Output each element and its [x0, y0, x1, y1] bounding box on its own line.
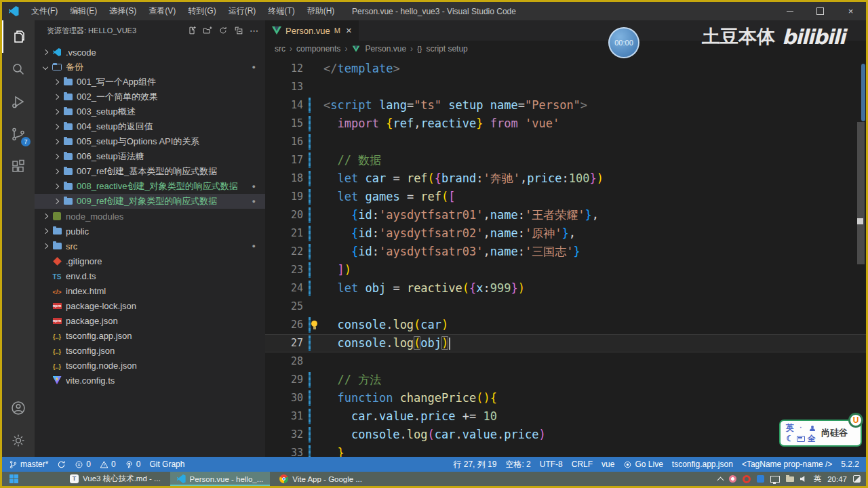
tree-item[interactable]: 004_setup的返回值 [35, 119, 265, 134]
tree-item[interactable]: 005_setup与Options API的关系 [35, 134, 265, 149]
ime-language-indicator[interactable]: 英 [814, 474, 822, 484]
tree-item[interactable]: 009_ref创建_对象类型的响应式数据● [35, 194, 265, 209]
explorer-icon[interactable] [2, 20, 35, 53]
search-icon[interactable] [2, 53, 35, 85]
status-item[interactable]: 5.2.2 [841, 460, 859, 469]
tree-item[interactable]: tsconfig.json [35, 343, 265, 358]
code-line[interactable]: 15 import {ref,reactive} from 'vue' [265, 115, 866, 133]
tree-item[interactable]: env.d.ts [35, 268, 265, 283]
red-ring-icon[interactable] [743, 475, 751, 483]
refresh-icon[interactable] [218, 26, 228, 35]
folder-icon[interactable] [786, 476, 794, 482]
code-line[interactable]: 33 } [265, 444, 866, 457]
tree-item[interactable]: .vscode [35, 45, 265, 60]
breadcrumb-src[interactable]: src [275, 44, 285, 54]
blue-app-icon[interactable] [757, 475, 764, 483]
maximize-button[interactable] [805, 2, 835, 20]
status-item[interactable]: Go Live [623, 460, 663, 469]
breadcrumb-person-vue[interactable]: Person.vue [365, 44, 406, 54]
code-line[interactable]: 28 [265, 352, 866, 371]
tree-item[interactable]: src● [35, 239, 265, 253]
breadcrumb-script-setup[interactable]: script setup [426, 44, 467, 54]
status-item[interactable]: 0 [125, 460, 141, 469]
menu-item[interactable]: 运行(R) [222, 2, 262, 20]
menu-item[interactable]: 查看(V) [142, 2, 182, 20]
code-line[interactable]: 23 ]) [265, 261, 866, 279]
taskbar-app[interactable]: Vue3 核心技术.md - ... [63, 472, 167, 486]
breadcrumb-components[interactable]: components [296, 44, 340, 54]
code-line[interactable]: 22 {id:'aysdytfsatr03',name:'三国志'} [265, 243, 866, 261]
account-icon[interactable] [2, 392, 35, 424]
keyboard-icon[interactable] [797, 436, 805, 442]
code-line[interactable]: 12</template> [265, 60, 866, 78]
code-line[interactable]: 31 car.value.price += 10 [265, 407, 866, 426]
tree-item[interactable]: node_modules [35, 209, 265, 224]
tree-item[interactable]: 备份● [35, 60, 265, 75]
code-line[interactable]: 29 // 方法 [265, 371, 866, 389]
tree-item[interactable]: 008_reactive创建_对象类型的响应式数据● [35, 179, 265, 194]
code-line[interactable]: 25 [265, 298, 866, 316]
code-line[interactable]: 19 let games = ref([ [265, 188, 866, 206]
start-button[interactable] [2, 474, 25, 483]
notification-icon[interactable] [853, 475, 861, 483]
run-debug-icon[interactable] [2, 85, 35, 118]
minimize-button[interactable] [774, 2, 805, 20]
code-area[interactable]: 12</template>1314<script lang="ts" setup… [265, 57, 866, 457]
status-item[interactable]: 行 27, 列 19 [453, 459, 496, 470]
clock[interactable]: 20:47 [827, 475, 847, 483]
taskbar-app[interactable]: Vite App - Google ... [273, 472, 369, 486]
code-line[interactable]: 14<script lang="ts" setup name="Person"> [265, 96, 866, 115]
source-control-icon[interactable]: 7 [2, 118, 35, 150]
status-item[interactable]: Git Graph [149, 460, 184, 469]
tree-item[interactable]: 006_setup语法糖 [35, 149, 265, 164]
tree-item[interactable]: 007_ref创建_基本类型的响应式数据 [35, 164, 265, 179]
status-item[interactable]: 0 [75, 460, 91, 469]
close-button[interactable]: × [835, 2, 866, 20]
taskbar-app[interactable]: Person.vue - hello_... [170, 472, 271, 486]
moon-icon[interactable]: ☾ [787, 434, 794, 443]
lightbulb-icon[interactable] [311, 321, 317, 327]
tree-item[interactable]: tsconfig.node.json [35, 358, 265, 373]
extensions-icon[interactable] [2, 150, 35, 183]
collapse-folders-icon[interactable] [234, 26, 243, 35]
tab-person-vue[interactable]: Person.vue M [265, 20, 359, 41]
tree-item[interactable]: 003_setup概述 [35, 104, 265, 119]
status-item[interactable] [57, 460, 66, 469]
status-item[interactable]: tsconfig.app.json [672, 460, 733, 469]
menu-item[interactable]: 编辑(E) [64, 2, 103, 20]
tree-item[interactable]: package.json [35, 313, 265, 328]
volume-icon[interactable] [800, 475, 808, 483]
status-item[interactable]: master* [9, 460, 48, 469]
tree-item[interactable]: index.html [35, 283, 265, 298]
code-line[interactable]: 18 let car = ref({brand:'奔驰',price:100}) [265, 169, 866, 188]
chevron-up-icon[interactable] [717, 476, 724, 483]
new-folder-icon[interactable] [203, 26, 212, 35]
display-icon[interactable] [770, 476, 780, 483]
code-line[interactable]: 21 {id:'aysdytfsatr02',name:'原神'}, [265, 224, 866, 243]
menu-item[interactable]: 转到(G) [182, 2, 222, 20]
code-line[interactable]: 16 [265, 133, 866, 151]
tree-item[interactable]: public [35, 224, 265, 239]
code-line[interactable]: 26 console.log(car) [265, 316, 866, 334]
code-line[interactable]: 20 {id:'aysdytfsatr01',name:'王者荣耀'}, [265, 206, 866, 224]
status-item[interactable]: 空格: 2 [505, 459, 530, 470]
tree-item[interactable]: 001_写一个App组件 [35, 75, 265, 89]
code-line[interactable]: 13 [265, 78, 866, 96]
code-line[interactable]: 30 function changePrice(){ [265, 389, 866, 407]
ime-lang-label[interactable]: 英 [786, 422, 794, 434]
flower-icon[interactable] [729, 475, 736, 483]
more-actions-icon[interactable]: ⋯ [250, 26, 258, 36]
menu-item[interactable]: 文件(F) [25, 2, 64, 20]
new-file-icon[interactable] [187, 26, 197, 35]
status-item[interactable]: 0 [100, 460, 116, 469]
tree-item[interactable]: package-lock.json [35, 298, 265, 313]
status-item[interactable]: UTF-8 [540, 460, 563, 469]
status-item[interactable]: <TagName prop-name /> [742, 460, 832, 469]
close-tab-icon[interactable] [346, 25, 352, 36]
person-icon[interactable] [810, 426, 814, 430]
menu-item[interactable]: 终端(T) [262, 2, 300, 20]
menu-item[interactable]: 选择(S) [103, 2, 142, 20]
code-line[interactable]: 24 let obj = reactive({x:999}) [265, 279, 866, 298]
code-line[interactable]: 27 console.log(obj) [265, 334, 866, 352]
status-item[interactable]: vue [601, 460, 614, 469]
